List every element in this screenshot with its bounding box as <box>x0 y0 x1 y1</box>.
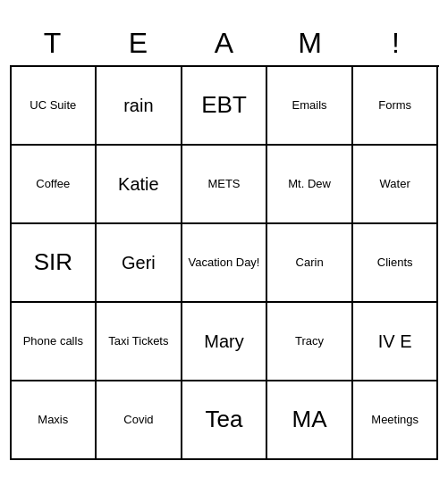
cell-r1-c0: Coffee <box>12 146 97 224</box>
cell-r4-c0: Maxis <box>12 381 97 460</box>
cell-text-r2-c0: SIR <box>34 248 72 276</box>
cell-r1-c1: Katie <box>97 146 182 224</box>
header-letter-3: M <box>271 27 350 60</box>
bingo-grid: UC SuiterainEBTEmailsFormsCoffeeKatieMET… <box>10 65 439 460</box>
cell-r4-c4: Meetings <box>353 381 439 460</box>
cell-text-r2-c1: Geri <box>122 252 156 273</box>
cell-text-r0-c4: Forms <box>378 98 411 113</box>
cell-r3-c1: Taxi Tickets <box>97 303 182 381</box>
cell-r3-c3: Tracy <box>267 303 353 381</box>
cell-text-r0-c0: UC Suite <box>30 98 76 113</box>
cell-r4-c2: Tea <box>182 381 268 460</box>
cell-text-r2-c2: Vacation Day! <box>189 256 260 270</box>
bingo-card: TEAM! UC SuiterainEBTEmailsFormsCoffeeKa… <box>10 27 439 460</box>
cell-text-r3-c0: Phone calls <box>23 334 83 348</box>
cell-r1-c3: Mt. Dew <box>267 146 353 224</box>
cell-text-r3-c1: Taxi Tickets <box>108 334 168 348</box>
cell-text-r1-c1: Katie <box>118 173 159 195</box>
cell-text-r0-c3: Emails <box>292 98 327 113</box>
cell-text-r0-c1: rain <box>123 95 153 116</box>
cell-r2-c1: Geri <box>97 224 182 303</box>
cell-text-r3-c3: Tracy <box>295 334 324 348</box>
cell-text-r1-c4: Water <box>380 177 410 191</box>
header-letter-0: T <box>13 27 92 60</box>
header-letter-1: E <box>99 27 178 60</box>
cell-text-r3-c4: IV E <box>378 331 412 352</box>
cell-r0-c2: EBT <box>182 67 268 146</box>
cell-r0-c1: rain <box>97 67 182 146</box>
cell-text-r1-c0: Coffee <box>36 177 70 191</box>
cell-text-r1-c3: Mt. Dew <box>288 177 331 191</box>
cell-text-r4-c3: MA <box>292 406 327 433</box>
cell-r3-c4: IV E <box>353 303 439 381</box>
cell-r2-c0: SIR <box>12 224 97 303</box>
cell-r0-c3: Emails <box>267 67 353 146</box>
cell-text-r4-c0: Maxis <box>38 413 68 427</box>
cell-text-r2-c4: Clients <box>377 256 413 270</box>
cell-text-r4-c4: Meetings <box>371 413 418 427</box>
header-letter-4: ! <box>357 27 435 60</box>
cell-r1-c4: Water <box>353 146 439 224</box>
cell-r2-c3: Carin <box>267 224 353 303</box>
cell-text-r1-c2: METS <box>207 177 240 191</box>
cell-text-r4-c2: Tea <box>206 406 243 433</box>
cell-r4-c1: Covid <box>97 381 182 460</box>
header-letter-2: A <box>185 27 264 60</box>
bingo-header: TEAM! <box>10 27 439 60</box>
cell-r3-c0: Phone calls <box>12 303 97 381</box>
cell-r1-c2: METS <box>182 146 268 224</box>
cell-text-r2-c3: Carin <box>296 256 324 270</box>
cell-text-r0-c2: EBT <box>201 91 247 119</box>
cell-text-r4-c1: Covid <box>123 413 153 427</box>
cell-r3-c2: Mary <box>182 303 268 381</box>
cell-r0-c0: UC Suite <box>12 67 97 146</box>
cell-r4-c3: MA <box>267 381 353 460</box>
cell-text-r3-c2: Mary <box>204 331 243 352</box>
cell-r2-c4: Clients <box>353 224 439 303</box>
cell-r0-c4: Forms <box>353 67 439 146</box>
cell-r2-c2: Vacation Day! <box>182 224 268 303</box>
